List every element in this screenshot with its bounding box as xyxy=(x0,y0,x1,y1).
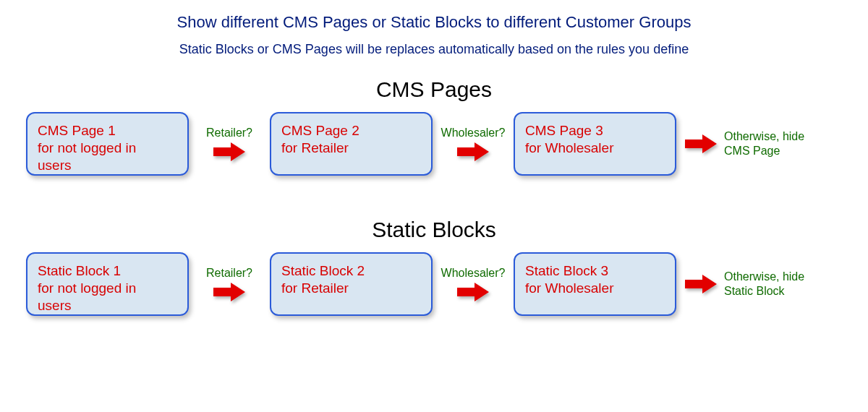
arrow-right-icon xyxy=(213,142,245,161)
svg-marker-3 xyxy=(213,283,245,301)
cms-end-group: Otherwise, hide CMS Page xyxy=(685,129,804,158)
cms-box-2: CMS Page 2 for Retailer xyxy=(270,112,433,176)
cms-connector-1-label: Retailer? xyxy=(206,126,252,140)
static-end-note: Otherwise, hide Static Block xyxy=(724,270,804,299)
svg-marker-2 xyxy=(685,134,717,153)
arrow-right-icon xyxy=(457,142,489,161)
cms-box-1-text: CMS Page 1 for not logged in users xyxy=(38,122,136,173)
svg-marker-1 xyxy=(457,142,489,161)
main-title: Show different CMS Pages or Static Block… xyxy=(0,13,868,32)
static-box-1-text: Static Block 1 for not logged in users xyxy=(38,262,136,314)
static-connector-2-label: Wholesaler? xyxy=(441,267,506,280)
arrow-right-icon xyxy=(213,283,245,301)
cms-box-1: CMS Page 1 for not logged in users xyxy=(26,112,189,176)
static-end-group: Otherwise, hide Static Block xyxy=(685,270,804,299)
static-connector-2: Wholesaler? xyxy=(438,267,508,301)
arrow-right-icon xyxy=(685,134,717,153)
arrow-right-icon xyxy=(457,283,489,301)
static-box-3: Static Block 3 for Wholesaler xyxy=(514,252,676,316)
cms-heading: CMS Pages xyxy=(0,77,868,102)
cms-box-3: CMS Page 3 for Wholesaler xyxy=(514,112,676,176)
static-box-3-text: Static Block 3 for Wholesaler xyxy=(525,262,614,297)
static-connector-1: Retailer? xyxy=(195,267,264,301)
subtitle: Static Blocks or CMS Pages will be repla… xyxy=(0,42,868,57)
arrow-right-icon xyxy=(685,275,717,293)
cms-box-2-text: CMS Page 2 for Retailer xyxy=(281,122,359,157)
static-flow-row: Static Block 1 for not logged in users R… xyxy=(0,252,868,316)
cms-connector-2-label: Wholesaler? xyxy=(441,126,506,140)
static-box-1: Static Block 1 for not logged in users xyxy=(26,252,189,316)
static-heading: Static Blocks xyxy=(0,218,868,242)
cms-flow-row: CMS Page 1 for not logged in users Retai… xyxy=(0,112,868,176)
cms-end-note: Otherwise, hide CMS Page xyxy=(724,129,804,158)
static-box-2: Static Block 2 for Retailer xyxy=(270,252,433,316)
svg-marker-4 xyxy=(457,283,489,301)
static-box-2-text: Static Block 2 for Retailer xyxy=(281,262,365,297)
cms-connector-2: Wholesaler? xyxy=(438,126,508,161)
svg-marker-5 xyxy=(685,275,717,293)
static-connector-1-label: Retailer? xyxy=(206,267,252,280)
svg-marker-0 xyxy=(213,142,245,161)
cms-connector-1: Retailer? xyxy=(195,126,264,161)
cms-box-3-text: CMS Page 3 for Wholesaler xyxy=(525,122,614,157)
